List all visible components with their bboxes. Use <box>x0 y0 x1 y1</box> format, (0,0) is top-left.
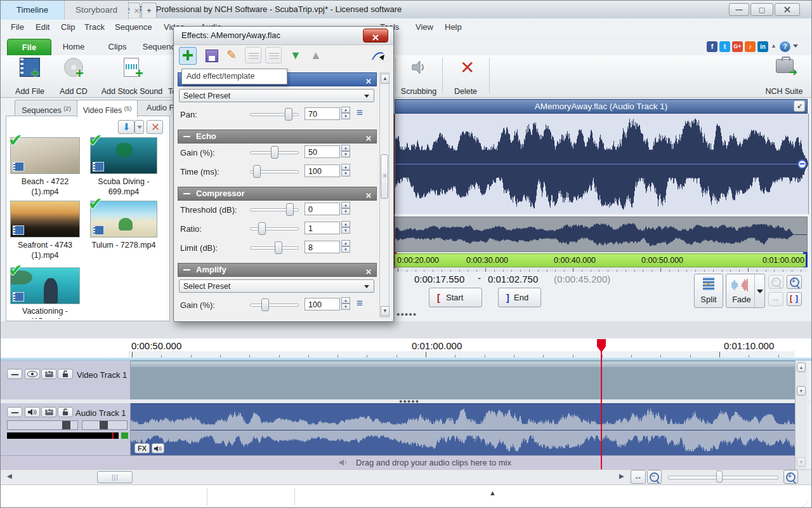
track-lock-button[interactable] <box>58 407 73 417</box>
resize-grip[interactable]: ⋰ <box>802 501 809 507</box>
track-volume-slider[interactable] <box>7 420 78 430</box>
menu-sequence[interactable]: Sequence <box>115 22 152 32</box>
track-mute-button[interactable] <box>25 407 40 417</box>
echo-time-slider[interactable] <box>250 165 298 177</box>
dialog-close-button[interactable] <box>363 29 388 43</box>
twitter-icon[interactable]: t <box>719 41 730 52</box>
scroll-right-icon[interactable]: ▶ <box>619 472 624 479</box>
move-up-button[interactable]: ▲ <box>307 47 324 64</box>
linkedin-icon[interactable]: in <box>757 41 768 52</box>
echo-time-input[interactable]: 100 <box>304 164 340 177</box>
tab-clips[interactable]: Clips <box>97 39 138 55</box>
add-effect-button[interactable] <box>179 47 197 65</box>
amplify-automation-menu-icon[interactable]: ≡ <box>357 297 363 310</box>
tab-sequences[interactable]: Sequences (2) <box>15 100 78 116</box>
minimize-button[interactable]: — <box>729 3 749 16</box>
ratio-slider[interactable] <box>250 222 298 234</box>
amplify-gain-slider[interactable] <box>250 298 298 310</box>
apply-to-all-button[interactable] <box>245 47 261 64</box>
limit-spinner[interactable]: ▲▼ <box>341 240 350 254</box>
remove-file-button[interactable]: ✕ <box>147 120 163 134</box>
clip-fx-button[interactable]: FX <box>134 443 150 453</box>
tab-file[interactable]: File <box>7 39 51 57</box>
set-start-button[interactable]: [ Start <box>429 288 482 307</box>
section-header-echo[interactable]: Echo <box>178 130 377 144</box>
track-motion-button[interactable] <box>41 407 56 417</box>
ratio-spinner[interactable]: ▲▼ <box>341 221 350 235</box>
restore-button[interactable]: ▢ <box>750 3 773 16</box>
tab-storyboard[interactable]: Storyboard <box>65 1 129 20</box>
edit-effect-button[interactable]: ✎ <box>225 47 241 64</box>
section-header-compressor[interactable]: Compressor <box>178 187 377 201</box>
help-icon[interactable]: ? <box>780 41 790 52</box>
amplify-gain-spinner[interactable]: ▲▼ <box>341 297 350 311</box>
add-sequence-tab[interactable]: + <box>141 3 157 18</box>
waveform-display[interactable] <box>395 114 809 214</box>
scrubbing-button[interactable]: Scrubbing <box>399 58 438 96</box>
effect-curve-button[interactable] <box>369 47 388 64</box>
fit-timeline-button[interactable]: ↔ <box>631 470 646 484</box>
track-pan-slider[interactable] <box>82 420 128 430</box>
remove-effect-icon[interactable] <box>365 266 372 279</box>
add-file-button[interactable]: + Add File <box>12 58 48 96</box>
scroll-left-icon[interactable]: ◀ <box>7 472 12 479</box>
close-button[interactable] <box>775 3 800 16</box>
tab-video-files[interactable]: Video Files (5) <box>77 100 138 117</box>
dialog-title-bar[interactable]: Effects: AMemoryAway.flac <box>174 27 393 45</box>
delete-button[interactable]: ✕ Delete <box>446 58 485 96</box>
clip-audio-button[interactable] <box>152 443 164 453</box>
remove-effect-icon[interactable] <box>365 76 372 88</box>
collapse-section-icon[interactable] <box>183 193 190 194</box>
pan-automation-menu-icon[interactable]: ≡ <box>357 107 363 119</box>
help-dropdown-icon[interactable] <box>793 44 798 48</box>
threshold-input[interactable]: 0 <box>304 203 340 215</box>
timeline-ruler-ticks[interactable] <box>128 351 795 358</box>
zoom-out-button[interactable]: − <box>768 275 783 289</box>
fade-dropdown-icon[interactable] <box>757 290 763 293</box>
menu-view[interactable]: View <box>416 22 433 32</box>
googleplus-icon[interactable]: G+ <box>732 41 743 52</box>
expand-panel-icon[interactable]: ▲ <box>489 489 496 497</box>
amplify-preset-select[interactable]: Select Preset <box>179 279 374 293</box>
waveform-overview[interactable] <box>395 217 808 252</box>
limit-input[interactable]: 8 <box>304 241 340 253</box>
audio-mix-dropzone[interactable]: Drag and drop your audio clips here to m… <box>1 455 795 470</box>
timeline-zoom-out-button[interactable]: − <box>647 470 662 484</box>
limit-slider[interactable] <box>250 241 298 253</box>
pan-preset-select[interactable]: Select Preset <box>179 89 374 102</box>
facebook-icon[interactable]: f <box>707 41 717 52</box>
selection-end-bracket[interactable] <box>803 252 808 269</box>
threshold-slider[interactable] <box>250 203 298 215</box>
ratio-input[interactable]: 1 <box>304 222 340 234</box>
set-end-button[interactable]: ] End <box>498 288 541 307</box>
menu-file[interactable]: File <box>11 22 24 32</box>
zoom-in-button[interactable]: + <box>787 275 802 289</box>
thumbnail-vacationing[interactable]: ✔ <box>10 267 80 304</box>
remove-effect-icon[interactable] <box>365 190 372 203</box>
audio-community-icon[interactable]: ♪ <box>745 41 756 52</box>
tab-timeline[interactable]: Timeline <box>1 1 65 20</box>
tab-home[interactable]: Home <box>53 39 95 55</box>
selection-end-handle[interactable] <box>797 159 807 169</box>
zoom-selection-button[interactable]: [] <box>787 292 802 306</box>
echo-gain-slider[interactable] <box>250 146 298 157</box>
add-stock-sound-button[interactable]: + Add Stock Sound <box>97 58 167 96</box>
move-down-button[interactable]: ▼ <box>287 47 303 64</box>
import-dropdown-button[interactable] <box>134 120 144 134</box>
thumbnail-seafront[interactable] <box>10 201 80 237</box>
dialog-scrollbar[interactable]: ▲ ▼ ≡ <box>379 72 390 318</box>
import-button[interactable]: ⬇ <box>118 120 134 134</box>
hscroll-thumb[interactable]: ||| <box>97 471 133 483</box>
track-visibility-button[interactable] <box>25 369 40 379</box>
amplify-gain-input[interactable]: 100 <box>304 298 340 311</box>
zoom-fit-button[interactable]: ↔ <box>768 292 783 306</box>
menu-help[interactable]: Help <box>445 22 462 32</box>
menu-clip[interactable]: Clip <box>61 22 75 32</box>
video-track-lane[interactable] <box>131 361 795 400</box>
collapse-section-icon[interactable] <box>183 269 190 271</box>
dialog-scroll-thumb[interactable]: ≡ <box>381 154 388 199</box>
pan-value-input[interactable]: 70 <box>304 107 340 120</box>
thumbnail-tulum[interactable]: ✔ <box>90 201 157 237</box>
pan-spinner[interactable]: ▲▼ <box>341 107 350 121</box>
collapse-section-icon[interactable] <box>183 136 190 137</box>
